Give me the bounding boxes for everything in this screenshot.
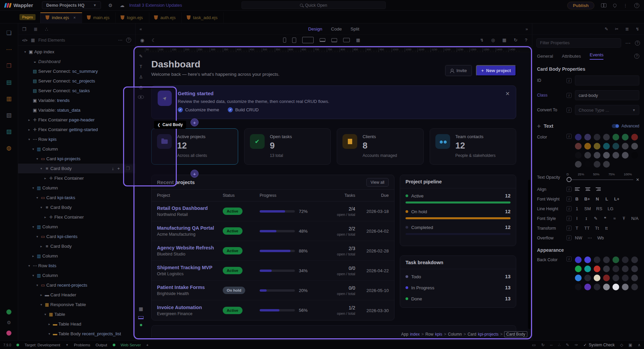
- seo-badge-icon[interactable]: [6, 309, 11, 314]
- grid-toggle-icon[interactable]: ▦: [502, 38, 506, 43]
- edit-icon[interactable]: ✎: [139, 54, 143, 59]
- project-link[interactable]: Manufacturing QA Portal: [157, 225, 223, 231]
- back-color-swatch[interactable]: [622, 284, 629, 290]
- pages-chip[interactable]: Pages: [19, 14, 36, 20]
- text-color-swatch[interactable]: [575, 161, 582, 168]
- breadcrumb-segment[interactable]: Column: [448, 332, 462, 337]
- text-color-swatch[interactable]: [584, 161, 591, 168]
- project-selector[interactable]: Demo Projects HQ ▼: [42, 1, 101, 9]
- filter-properties-input[interactable]: Filter Properties: [536, 38, 621, 48]
- table-row[interactable]: Invoice AutomationEvergreen FinanceActiv…: [152, 300, 394, 320]
- target-icon[interactable]: ◎: [491, 38, 495, 43]
- back-color-swatch[interactable]: [584, 275, 591, 281]
- text-transform-option[interactable]: tt: [604, 226, 608, 231]
- add-icon[interactable]: +: [117, 166, 120, 171]
- back-color-swatch[interactable]: [603, 275, 610, 281]
- screenshot-icon[interactable]: ◉: [140, 38, 144, 43]
- info-icon[interactable]: i: [567, 256, 572, 261]
- tree-item[interactable]: ▾⋯Row kpis: [18, 134, 135, 144]
- getting-started-badge[interactable]: ✔Customize theme: [178, 107, 219, 112]
- tree-item[interactable]: ▾▦Table: [18, 309, 135, 319]
- pages-panel-icon[interactable]: ❏: [6, 30, 11, 37]
- chevron-down-icon[interactable]: ▾: [31, 186, 36, 190]
- typography-icon[interactable]: T: [140, 64, 142, 69]
- table-row[interactable]: Retail Ops DashboardNorthwind RetailActi…: [152, 201, 394, 221]
- table-row[interactable]: Shipment Tracking MVPOrbit LogisticsActi…: [152, 261, 394, 281]
- tree-item[interactable]: ▸▬Table Head: [18, 319, 135, 329]
- text-color-swatch[interactable]: [575, 134, 582, 140]
- chevron-down-icon[interactable]: ▾: [39, 303, 44, 306]
- text-color-swatch[interactable]: [584, 134, 591, 140]
- tree-item[interactable]: ▾▭Card kpi-projects: [18, 154, 135, 164]
- line-height-option[interactable]: 1: [575, 206, 579, 211]
- back-color-swatch[interactable]: [612, 256, 619, 263]
- assets-panel-icon[interactable]: ▧: [6, 112, 11, 119]
- back-color-swatch[interactable]: [575, 266, 582, 272]
- font-style-option[interactable]: ❝: [603, 216, 607, 221]
- chevron-down-icon[interactable]: ▾: [39, 167, 44, 170]
- chevron-down-icon[interactable]: ▾: [23, 50, 28, 54]
- tree-item[interactable]: ▾▭Card kpi-tasks: [18, 193, 135, 202]
- text-color-swatch[interactable]: [612, 152, 619, 159]
- help-icon[interactable]: ?: [634, 3, 639, 8]
- tree-item[interactable]: ▸▥Column: [18, 251, 135, 261]
- pwa-badge-icon[interactable]: [6, 331, 11, 336]
- back-color-swatch[interactable]: [612, 266, 619, 272]
- new-project-button[interactable]: + New project: [476, 65, 516, 76]
- breadcrumb-segment[interactable]: App: [401, 332, 408, 337]
- quick-open-search[interactable]: Quick Open: [241, 1, 386, 9]
- chevron-right-icon[interactable]: ▸: [27, 128, 32, 131]
- edit-code-icon[interactable]: ✎: [604, 26, 608, 32]
- small-tablet-device-icon[interactable]: [292, 38, 296, 43]
- back-color-swatch[interactable]: [622, 275, 629, 281]
- grid-view-icon[interactable]: ▦: [31, 38, 35, 43]
- phone-device-icon[interactable]: [283, 38, 286, 43]
- bot-panel-icon[interactable]: ◍: [6, 144, 11, 152]
- tree-item[interactable]: ▾▥Column: [18, 271, 135, 280]
- font-weight-option[interactable]: L: [605, 196, 609, 201]
- line-height-option[interactable]: LG: [608, 206, 613, 211]
- advanced-toggle[interactable]: Advanced: [612, 124, 639, 128]
- chevron-right-icon[interactable]: ▸: [47, 322, 52, 326]
- components-panel-icon[interactable]: ⋯: [6, 46, 12, 53]
- drag-handle-icon[interactable]: ✛: [537, 124, 541, 129]
- view-tab-design[interactable]: Design: [308, 26, 322, 32]
- back-color-swatch[interactable]: [622, 256, 629, 263]
- blocks-panel-icon[interactable]: ❒: [6, 62, 11, 69]
- document-tab[interactable]: main.ejs: [82, 12, 116, 23]
- close-icon[interactable]: ✕: [505, 91, 510, 97]
- back-color-swatch[interactable]: [631, 266, 638, 272]
- align-center-icon[interactable]: [585, 187, 590, 191]
- actions-bolt-icon[interactable]: ↯: [636, 26, 639, 32]
- breadcrumb-segment[interactable]: kpi-projects: [478, 332, 498, 337]
- info-icon[interactable]: i: [567, 206, 572, 211]
- move-down-icon[interactable]: ↓: [112, 166, 114, 171]
- tree-item[interactable]: ▤Server Connect: sc_projects: [18, 76, 135, 86]
- breadcrumb-segment[interactable]: Card: [468, 332, 476, 337]
- text-color-swatch[interactable]: [594, 161, 600, 168]
- tree-item[interactable]: ▾▥Column: [18, 144, 135, 154]
- class-input[interactable]: card-body: [575, 90, 639, 100]
- back-color-swatch[interactable]: [575, 256, 582, 263]
- back-color-swatch[interactable]: [631, 256, 638, 263]
- back-color-swatch[interactable]: [594, 284, 600, 290]
- user-icon[interactable]: ♙: [139, 74, 143, 79]
- chevron-down-icon[interactable]: ▾: [39, 206, 44, 209]
- tree-more-icon[interactable]: ⋯: [118, 38, 123, 43]
- tablet-device-icon[interactable]: [302, 37, 314, 43]
- feedback-icon[interactable]: ✎: [566, 343, 569, 347]
- chevron-down-icon[interactable]: ▾: [31, 274, 36, 277]
- more-menu-icon[interactable]: ⋮: [623, 3, 628, 8]
- layers-panel-icon[interactable]: ▨: [6, 128, 11, 135]
- add-element-button[interactable]: +: [191, 170, 199, 178]
- canvas-help-icon[interactable]: ?: [525, 38, 527, 43]
- web-server-button[interactable]: Web Server: [121, 343, 141, 347]
- tree-item[interactable]: ▾≡Card Body: [18, 202, 135, 212]
- table-row[interactable]: Patient Intake FormsBrightside HealthOn …: [152, 281, 394, 300]
- text-color-swatch[interactable]: [622, 152, 629, 159]
- add-element-button[interactable]: +: [191, 118, 199, 126]
- project-link[interactable]: Agency Website Refresh: [157, 245, 223, 250]
- breadcrumb-segment[interactable]: index: [410, 332, 420, 337]
- text-color-swatch[interactable]: [622, 134, 629, 140]
- info-icon[interactable]: i: [567, 196, 572, 201]
